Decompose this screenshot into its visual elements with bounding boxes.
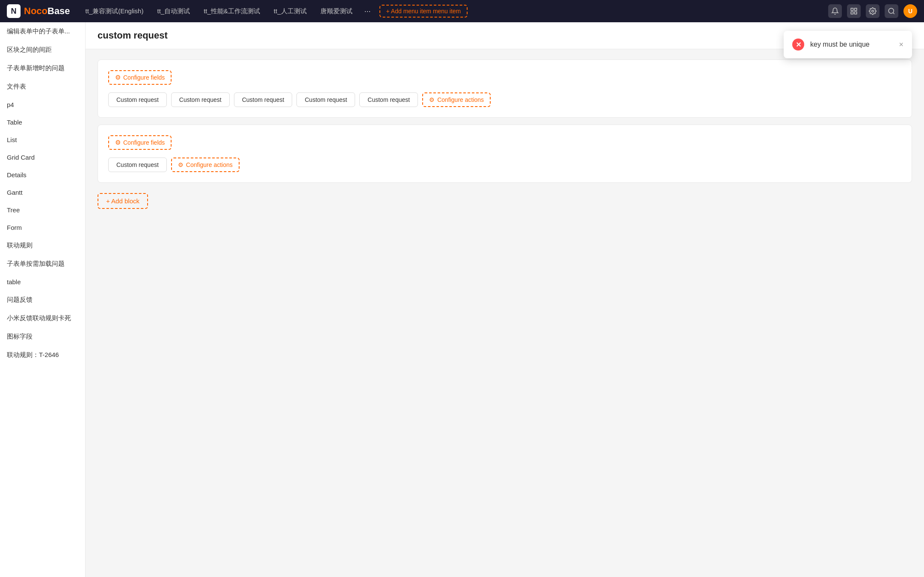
sidebar-item-3[interactable]: 子表单新增时的问题 [0,59,85,77]
svg-rect-2 [851,12,853,14]
sidebar-item-6[interactable]: Table [0,113,85,131]
sidebar-item-7[interactable]: List [0,131,85,149]
nav-tab-1[interactable]: tt_兼容测试(English) [80,5,149,18]
notification-icon[interactable] [828,4,842,18]
logo-icon: N [7,4,21,18]
avatar[interactable]: U [903,4,917,18]
custom-request-btn-1-3[interactable]: Custom request [234,92,293,107]
app-layout: 编辑表单中的子表单... 区块之间的间距 子表单新增时的问题 文件表 p4 Ta… [0,22,924,577]
custom-request-btn-1-2[interactable]: Custom request [171,92,230,107]
nav-more-button[interactable]: ··· [361,5,374,18]
configure-actions-button-2[interactable]: ⚙ Configure actions [171,158,240,172]
block2-actions: Custom request ⚙ Configure actions [108,158,901,172]
toast-notification: ✕ key must be unique × [784,31,912,58]
svg-rect-0 [851,8,853,10]
block1-actions: Custom request Custom request Custom req… [108,92,901,107]
sidebar-item-2[interactable]: 区块之间的间距 [0,41,85,59]
nav-tab-3[interactable]: tt_性能&工作流测试 [198,5,265,18]
block-card-1: ⚙ Configure fields Custom request Custom… [98,59,912,118]
sidebar-item-9[interactable]: Details [0,166,85,184]
gear-icon-actions-2: ⚙ [178,161,184,168]
sidebar-item-19[interactable]: 联动规则：T-2646 [0,346,85,364]
nav-tab-2[interactable]: tt_自动测试 [152,5,195,18]
page-title: custom request [98,30,168,41]
search-icon[interactable] [885,4,898,18]
nav-tab-4[interactable]: tt_人工测试 [269,5,312,18]
sidebar-item-15[interactable]: table [0,273,85,291]
block-card-2: ⚙ Configure fields Custom request ⚙ Conf… [98,125,912,183]
configure-fields-button-2[interactable]: ⚙ Configure fields [108,135,172,150]
grid-icon[interactable] [847,4,861,18]
svg-rect-1 [855,8,857,10]
gear-icon-actions-1: ⚙ [429,96,435,103]
svg-rect-3 [855,12,857,14]
sidebar-item-18[interactable]: 图标字段 [0,327,85,346]
custom-request-btn-1-4[interactable]: Custom request [296,92,355,107]
sidebar-item-17[interactable]: 小米反馈联动规则卡死 [0,309,85,327]
page-body: ⚙ Configure fields Custom request Custom… [86,49,924,577]
nav-icons: U [828,4,917,18]
logo-area: N NocoBase [7,4,70,18]
nav-tab-5[interactable]: 唐顺爱测试 [315,5,358,18]
top-nav: N NocoBase tt_兼容测试(English) tt_自动测试 tt_性… [0,0,924,22]
sidebar-item-12[interactable]: Form [0,219,85,236]
toast-close-button[interactable]: × [899,41,903,48]
sidebar-item-4[interactable]: 文件表 [0,77,85,96]
sidebar-item-16[interactable]: 问题反馈 [0,291,85,309]
sidebar-item-11[interactable]: Tree [0,201,85,219]
svg-line-6 [893,12,894,14]
gear-icon-1: ⚙ [115,74,121,81]
svg-point-5 [888,8,894,13]
settings-icon[interactable] [866,4,880,18]
sidebar-item-14[interactable]: 子表单按需加载问题 [0,255,85,273]
toast-error-icon: ✕ [792,39,804,51]
add-block-button[interactable]: + Add block [98,193,148,209]
custom-request-btn-1-5[interactable]: Custom request [359,92,418,107]
sidebar-item-5[interactable]: p4 [0,96,85,113]
main-content: custom request ⚙ Configure fields Custom… [86,22,924,577]
sidebar-item-10[interactable]: Gantt [0,184,85,201]
svg-point-4 [872,10,874,12]
toast-message: key must be unique [810,41,893,48]
sidebar-item-8[interactable]: Grid Card [0,149,85,166]
add-menu-item-button[interactable]: + Add menu item menu item [379,5,468,18]
configure-actions-button-1[interactable]: ⚙ Configure actions [422,92,491,107]
gear-icon-2: ⚙ [115,139,121,146]
configure-fields-button-1[interactable]: ⚙ Configure fields [108,70,172,85]
logo-text: NocoBase [24,6,70,17]
custom-request-btn-1-1[interactable]: Custom request [108,92,167,107]
custom-request-btn-2-1[interactable]: Custom request [108,158,167,172]
sidebar-item-13[interactable]: 联动规则 [0,236,85,255]
sidebar: 编辑表单中的子表单... 区块之间的间距 子表单新增时的问题 文件表 p4 Ta… [0,22,86,577]
sidebar-item-1[interactable]: 编辑表单中的子表单... [0,22,85,41]
